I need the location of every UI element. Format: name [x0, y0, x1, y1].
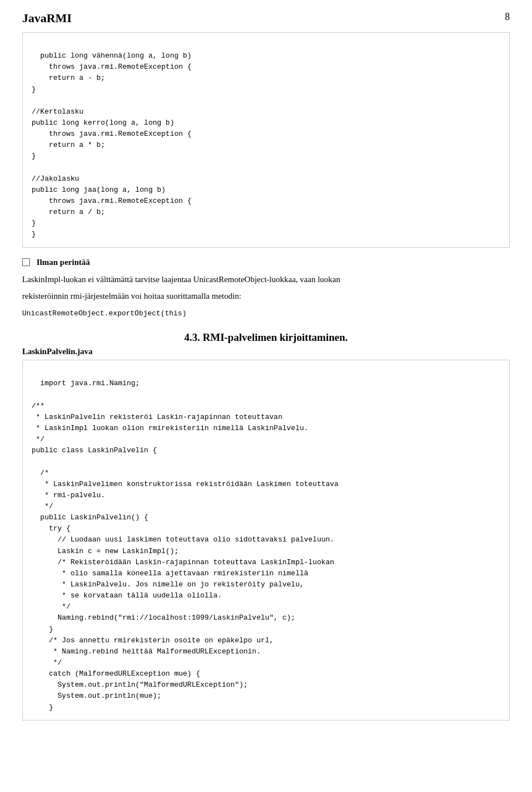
code-content-1: public long vähennä(long a, long b) thro… — [32, 52, 192, 238]
ilman-heading-label: Ilman perintää — [37, 258, 90, 267]
section-43-heading: 4.3. RMI-palvelimen kirjoittaminen. — [22, 331, 510, 344]
checkbox-icon — [22, 258, 30, 266]
section-ilman-heading: Ilman perintää — [22, 258, 510, 267]
page-header: JavaRMI 8 — [22, 11, 510, 25]
code-block-1: public long vähennä(long a, long b) thro… — [22, 32, 510, 248]
section-ilman-perinta: Ilman perintää LaskinImpl-luokan ei vält… — [22, 258, 510, 320]
page-title: JavaRMI — [22, 11, 71, 25]
page-number: 8 — [505, 11, 510, 23]
code-content-2: import java.rmi.Naming; /** * LaskinPalv… — [32, 379, 339, 711]
code-block-2: import java.rmi.Naming; /** * LaskinPalv… — [22, 360, 510, 720]
ilman-body1: LaskinImpl-luokan ei välttämättä tarvits… — [22, 273, 510, 286]
ilman-inline-code: UnicastRemoteObject.exportObject(this) — [22, 306, 510, 320]
file-label: LaskinPalvelin.java — [22, 347, 510, 356]
ilman-body2: rekisteröinnin rmi-järjestelmään voi hoi… — [22, 289, 510, 303]
